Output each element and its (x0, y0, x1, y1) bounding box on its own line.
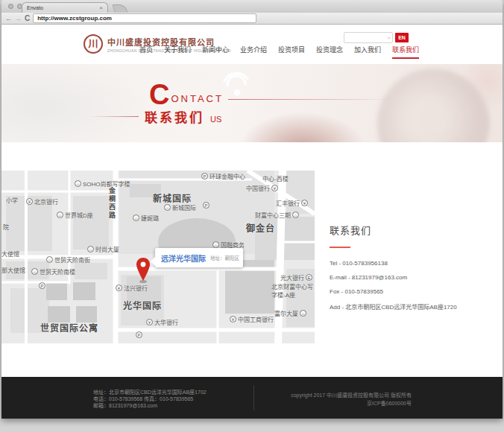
map-label: 世贸国际公寓 (40, 321, 98, 334)
contact-line: E-mail - 81231979@163.com (330, 274, 486, 281)
map-label: 北京财富中心写字楼-A座 (271, 282, 315, 299)
contact-banner: C ONTACT 联系我们 US (1, 64, 503, 142)
bank-icon: ¥ (116, 285, 122, 291)
map-label: P (203, 202, 210, 209)
logo-icon: E (306, 274, 312, 281)
nav-item-3[interactable]: 业务介绍 (240, 45, 267, 57)
map-label-text: 光大银行 (280, 273, 304, 282)
contact-line: Add - 北京市朝阳区CBD远洋光华国际AB座1720 (330, 302, 486, 311)
contact-line: Tel - 010-5783956138 (330, 260, 486, 267)
map-label: 中心-西楼 (262, 174, 289, 182)
map-label-text: 世界城D座 (65, 211, 93, 219)
page-footer: 地址：北京市朝阳区CBD远洋光华国际AB座1702电话：010-57839568… (1, 377, 503, 419)
map-label: ¥法兴银行 (116, 284, 148, 292)
building-icon: ⌂ (31, 268, 38, 275)
footer-line: 地址：北京市朝阳区CBD远洋光华国际AB座1702 (93, 389, 207, 396)
map-label-text: 大使馆 (1, 250, 19, 258)
building-icon: ⌂ (212, 241, 219, 248)
map-label: 财富中心三期⌂ (255, 211, 299, 219)
address-bar[interactable]: http://www.zcstgroup.com (33, 13, 256, 23)
banner-title-en: US (210, 115, 221, 124)
building-icon: ⌂ (87, 246, 94, 252)
nav-item-2[interactable]: 新闻中心 (202, 45, 229, 57)
map-label: ⌂世贸天阶南街 (46, 255, 90, 264)
map-label: P环球金融中心 (201, 172, 245, 180)
bank-icon: ¥ (301, 200, 308, 206)
map-label: ⌂婕妮璐 (133, 214, 159, 222)
icp-text: 京ICP备0600000号 (291, 399, 412, 407)
map-label-text: 院 (3, 223, 9, 231)
nav-item-5[interactable]: 投资理念 (316, 45, 343, 57)
language-en-button[interactable]: EN (395, 33, 409, 42)
parking-icon: P (203, 202, 210, 209)
nav-item-6[interactable]: 加入我们 (354, 45, 381, 57)
map-label: ¥中国工商银行 (230, 315, 274, 323)
map-label-text: 环球金融中心 (210, 172, 245, 180)
footer-line: 电话：010-57839568 传真：010-57839565 (93, 396, 207, 402)
map-label-text: 富尔大厦 (274, 309, 298, 317)
map-label: P (136, 331, 142, 338)
map-label-text: 新城国际 (153, 191, 192, 204)
map-marker-icon[interactable] (136, 257, 151, 284)
bank-icon: ¥ (230, 316, 236, 323)
forward-icon[interactable]: → (15, 15, 22, 22)
building-icon: ⌂ (300, 310, 306, 317)
back-icon[interactable]: ← (5, 15, 12, 22)
building-icon: ⌂ (292, 212, 299, 218)
map-label-text: 世贸国际公寓 (40, 321, 98, 334)
map-label: 富尔大厦⌂ (274, 309, 306, 317)
nav-item-7[interactable]: 联系我们 (392, 45, 419, 59)
desktop: Envato × ← → C http://www.zcstgroup.com … (0, 0, 504, 432)
tab-title: Envato (27, 4, 43, 13)
bank-icon: ¥ (26, 198, 33, 205)
browser-tab[interactable]: Envato × (22, 2, 108, 13)
parking-icon: P (136, 331, 142, 338)
map-label-text: 中国工商银行 (238, 315, 274, 323)
map-infowindow[interactable]: 远洋光华国际 地址：朝阳区 (155, 248, 243, 267)
reload-icon[interactable]: C (25, 15, 30, 22)
banner-letter: C (149, 83, 169, 106)
map-label: 汇丰银行¥ (276, 199, 308, 207)
infowindow-title[interactable]: 远洋光华国际 (161, 252, 206, 264)
map-label-text: 北京财富中心写字楼-A座 (271, 282, 315, 299)
map-label-text: 汇丰银行 (276, 199, 300, 207)
search-input[interactable] (346, 34, 385, 42)
banner-heading: C ONTACT 联系我们 US (89, 83, 410, 126)
main-nav: 首页关于我们新闻中心业务介绍投资项目投资理念加入我们联系我们 (128, 45, 419, 59)
nav-item-0[interactable]: 首页 (139, 45, 153, 57)
map-label: 中国银行¥ (246, 184, 278, 192)
map-label-text: 北京银行 (34, 197, 58, 206)
copyright-text: copyright 2017 中川盛唐投资控股有限公司 版权所有 (291, 391, 412, 399)
page-content: 川 中川盛唐投资控股有限公司 ZHONGCHUAN SHENGTANG INVE… (1, 25, 503, 419)
close-tab-icon[interactable]: × (99, 4, 103, 13)
map-label-text: 财富中心三期 (255, 211, 291, 219)
map-label-text: 御金台 (246, 221, 275, 234)
map-label-text: SOHO尚都写字楼 (83, 180, 130, 188)
map-label: 那大使馆 (1, 266, 25, 274)
map-label: P (39, 282, 45, 289)
infowindow-subtitle: 地址：朝阳区 (210, 254, 239, 261)
search-icon[interactable]: ⌕ (388, 34, 391, 41)
map-label: 小学 (6, 196, 18, 204)
map-label-text: 新城国际 (172, 203, 196, 212)
store-icon: ⌂ (133, 215, 139, 221)
building-icon: ⌂ (75, 180, 81, 187)
footer-contact-lines: 地址：北京市朝阳区CBD远洋光华国际AB座1702电话：010-57839568… (93, 389, 207, 409)
building-icon: ⌂ (46, 256, 53, 263)
nav-item-1[interactable]: 关于我们 (164, 45, 191, 57)
location-map[interactable]: 小学院大使馆那大使馆¥北京银行⌂SOHO尚都写字楼⌂世界城D座金桐西路⌂时尚大厦… (1, 171, 315, 343)
banner-title-cn: 联系我们 (145, 107, 204, 126)
nav-item-4[interactable]: 投资项目 (278, 45, 305, 57)
footer-line: 邮箱：81231979@163.com (93, 402, 207, 409)
contact-title-underline (330, 247, 350, 248)
footer-divider (253, 385, 254, 410)
map-label-text: 大华银行 (154, 318, 178, 326)
map-label: 御金台 (246, 221, 275, 234)
close-window-button[interactable] (8, 4, 13, 9)
map-label: 光华国际 (123, 299, 162, 311)
parking-icon: P (39, 282, 45, 289)
contact-info: 联系我们 Tel - 010-5783956138E-mail - 812319… (330, 223, 486, 318)
banner-line-left (89, 116, 139, 117)
parking-icon: P (201, 173, 208, 180)
footer-copyright-block: copyright 2017 中川盛唐投资控股有限公司 版权所有 京ICP备06… (291, 391, 412, 407)
